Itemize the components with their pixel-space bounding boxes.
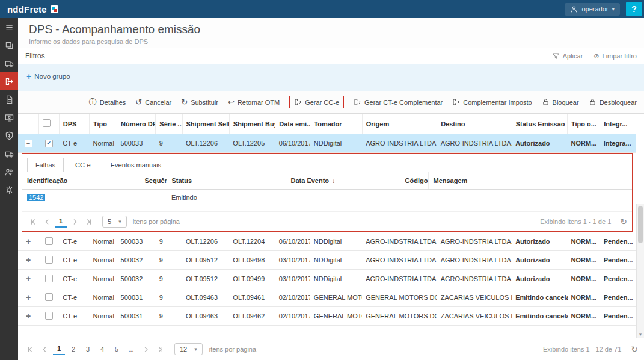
new-group-button[interactable]: + Novo grupo: [26, 72, 70, 81]
gerar-cce-button[interactable]: Gerar CC-e: [289, 96, 344, 108]
user-icon: [570, 5, 578, 13]
selected-value: 1542: [27, 194, 45, 201]
last-page-button[interactable]: [154, 343, 166, 355]
sidebar-item-users[interactable]: [0, 163, 18, 181]
complementar-imposto-button[interactable]: Complementar Imposto: [452, 98, 532, 106]
sidebar-item-emission[interactable]: [0, 72, 18, 90]
grid-row[interactable]: + CT-e Normal 500032 9 OLT.09512 OLT.094…: [18, 251, 636, 270]
sidebar-item-fleet[interactable]: [0, 144, 18, 163]
first-page-icon: [29, 218, 37, 226]
pager-summary: Exibindo itens 1 - 1 de 1: [540, 218, 611, 225]
tab-eventos-manuais[interactable]: Eventos manuais: [102, 158, 170, 172]
col-tipo[interactable]: Tipo: [89, 114, 117, 134]
expand-row-button[interactable]: +: [26, 311, 31, 321]
sidebar-item-tax[interactable]: [0, 126, 18, 144]
col-status-emissao[interactable]: Status Emissão: [512, 114, 567, 134]
col-codigo[interactable]: Código: [400, 172, 428, 190]
desbloquear-button[interactable]: Desbloquear: [589, 98, 637, 106]
retornar-otm-button[interactable]: ↩ Retornar OTM: [228, 98, 280, 106]
col-identificacao[interactable]: Identificação: [22, 172, 140, 190]
gerar-cte-complementar-button[interactable]: Gerar CT-e Complementar: [354, 98, 443, 106]
detalhes-button[interactable]: ⓘ Detalhes: [89, 98, 126, 106]
prev-page-button[interactable]: [41, 216, 53, 228]
col-destino[interactable]: Destino: [437, 114, 512, 134]
col-numero-dps[interactable]: Número DPS: [117, 114, 156, 134]
bloquear-button[interactable]: Bloquear: [542, 98, 579, 106]
grid-row[interactable]: + CT-e Normal 500031 9 OLT.09463 OLT.094…: [18, 288, 636, 307]
col-shipment-sell[interactable]: Shipment Sell: [182, 114, 229, 134]
expand-row-button[interactable]: +: [26, 237, 31, 246]
filter-group-area: + Novo grupo: [18, 64, 644, 91]
col-dps[interactable]: DPS: [59, 114, 89, 134]
cell-origem: AGRO-INDSTRIA LTDA.: [362, 134, 437, 153]
substituir-button[interactable]: ↻ Substituir: [181, 98, 218, 106]
page-number[interactable]: 3: [82, 343, 94, 355]
apply-filter-button[interactable]: Aplicar: [552, 52, 583, 60]
help-button[interactable]: ?: [626, 2, 642, 16]
next-page-button[interactable]: [140, 343, 152, 355]
refresh-button[interactable]: ↻: [620, 217, 627, 226]
collapse-row-button[interactable]: −: [25, 140, 32, 147]
page-number[interactable]: 1: [53, 343, 65, 355]
grid-row[interactable]: − ✔ CT-e Normal 500033 9 OLT.12206 OLT.1…: [18, 134, 636, 153]
col-status[interactable]: Status: [167, 172, 286, 190]
cell-serie: 9: [156, 288, 182, 307]
detail-cell: Falhas CC-e Eventos manuais: [18, 153, 636, 232]
row-checkbox[interactable]: [45, 275, 53, 282]
prev-page-button[interactable]: [38, 343, 51, 355]
col-data-emissao[interactable]: Data emi...: [275, 114, 310, 134]
row-checkbox[interactable]: [45, 237, 53, 245]
col-integr[interactable]: Integr...: [600, 114, 636, 134]
user-menu-button[interactable]: operador ▾: [565, 3, 620, 16]
col-tomador[interactable]: Tomador: [310, 114, 362, 134]
sidebar-item-menu[interactable]: [0, 18, 18, 36]
select-all-checkbox[interactable]: [43, 119, 51, 127]
col-data-evento[interactable]: Data Evento ↓: [286, 172, 400, 190]
subgrid-row[interactable]: 1542 Emitindo: [22, 190, 632, 205]
cell-data: 06/10/2017: [275, 134, 310, 153]
expand-row-button[interactable]: +: [26, 274, 31, 284]
row-checkbox[interactable]: [45, 256, 53, 264]
sidebar-item-records[interactable]: [0, 36, 18, 54]
col-mensagem[interactable]: Mensagem: [428, 172, 632, 190]
page-size-select[interactable]: 12 ▾: [174, 343, 203, 355]
tab-falhas[interactable]: Falhas: [27, 158, 64, 172]
page-number[interactable]: 2: [67, 343, 79, 355]
refresh-button[interactable]: ↻: [631, 345, 638, 353]
first-page-button[interactable]: [24, 343, 36, 355]
expand-row-button[interactable]: +: [26, 255, 31, 265]
sidebar-item-transport[interactable]: [0, 54, 18, 72]
page-size-select[interactable]: 5 ▾: [102, 216, 127, 228]
cell-status: Emitindo cancelamen...: [512, 307, 567, 326]
col-sequencia[interactable]: Sequên...: [140, 172, 167, 190]
sidebar-item-monitor[interactable]: [0, 108, 18, 126]
page-ellipsis[interactable]: ...: [125, 343, 137, 355]
page-number[interactable]: 5: [111, 343, 123, 355]
page-title: DPS - Acompanhamento emissão: [29, 23, 633, 36]
last-page-button[interactable]: [82, 216, 94, 228]
sidebar-item-documents[interactable]: [0, 90, 18, 108]
row-checkbox[interactable]: [45, 312, 53, 320]
col-select[interactable]: [38, 114, 59, 134]
scrollbar-thumb[interactable]: [638, 206, 643, 243]
page-number[interactable]: 4: [96, 343, 108, 355]
col-serie[interactable]: Série ...: [156, 114, 182, 134]
grid-row[interactable]: + CT-e Normal 500033 9 OLT.12206 OLT.122…: [18, 232, 636, 251]
clear-filter-button[interactable]: ⊘ Limpar filtro: [593, 52, 637, 60]
col-tipo-o[interactable]: Tipo o...: [568, 114, 600, 134]
scroll-down-icon[interactable]: ▾: [637, 331, 644, 337]
vertical-scrollbar[interactable]: ▾: [636, 204, 644, 338]
cancelar-button[interactable]: ↺ Cancelar: [135, 98, 171, 106]
col-shipment-buy[interactable]: Shipment Buy: [229, 114, 275, 134]
next-page-button[interactable]: [69, 216, 81, 228]
first-page-button[interactable]: [27, 216, 39, 228]
tab-cce[interactable]: CC-e: [67, 158, 99, 172]
sidebar-item-settings[interactable]: [0, 181, 18, 199]
grid-row[interactable]: + CT-e Normal 500032 9 OLT.09512 OLT.094…: [18, 270, 636, 288]
row-checkbox[interactable]: [45, 293, 53, 301]
grid-row[interactable]: + CT-e Normal 500031 9 OLT.09463 OLT.094…: [18, 307, 636, 326]
expand-row-button[interactable]: +: [26, 293, 31, 302]
page-number[interactable]: 1: [55, 216, 67, 228]
col-origem[interactable]: Origem: [362, 114, 437, 134]
row-checkbox[interactable]: ✔: [45, 140, 53, 147]
